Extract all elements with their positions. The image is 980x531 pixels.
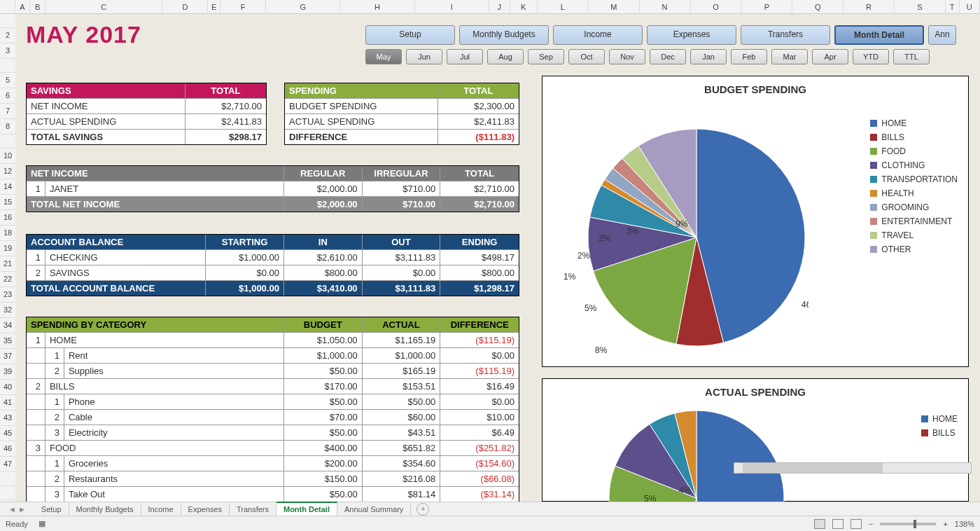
zoom-level: 138%: [955, 520, 974, 528]
spending-total-header: TOTAL: [438, 83, 519, 98]
zoom-slider[interactable]: [880, 523, 936, 525]
legend-item: GROOMING: [870, 202, 958, 212]
zoom-out-button[interactable]: −: [869, 520, 873, 528]
tab-month-detail[interactable]: Month Detail: [276, 502, 337, 516]
legend-item: CLOTHING: [870, 160, 958, 170]
row-headers: 2356781012141516181921222332343537394041…: [0, 14, 15, 503]
savings-total-header: TOTAL: [186, 83, 266, 98]
month-sep[interactable]: Sep: [528, 49, 564, 64]
legend-item: BILLS: [921, 428, 958, 438]
month-buttons: MayJunJulAugSepOctNovDecJanFebMarAprYTDT…: [365, 49, 930, 64]
netincome-header: NET INCOME: [27, 166, 284, 181]
tab-expenses[interactable]: Expenses: [181, 503, 230, 516]
legend-item: ENTERTAINMENT: [870, 216, 958, 226]
status-ready: Ready: [6, 520, 28, 528]
legend-item: HOME: [921, 414, 958, 424]
macro-icon[interactable]: ▦: [38, 519, 46, 528]
netincome-table: NET INCOME REGULAR IRREGULAR TOTAL 1JANE…: [26, 165, 519, 212]
tab-annual-summary[interactable]: Annual Summary: [337, 503, 411, 516]
account-table: ACCOUNT BALANCE STARTING IN OUT ENDING 1…: [26, 234, 519, 296]
month-may[interactable]: May: [365, 49, 402, 64]
month-jan[interactable]: Jan: [690, 49, 727, 64]
spending-table: SPENDING TOTAL BUDGET SPENDING$2,300.00A…: [284, 83, 519, 145]
pie-chart-1: 46%7%17%8%5%1%2%2%3%9%: [556, 104, 808, 357]
budget-spending-chart: BUDGET SPENDING 46%7%17%8%5%1%2%2%3%9% H…: [542, 76, 969, 367]
view-normal-icon[interactable]: [814, 519, 825, 529]
legend-item: TRAVEL: [870, 230, 958, 240]
tab-setup[interactable]: Setup: [34, 503, 69, 516]
zoom-in-button[interactable]: +: [943, 520, 947, 528]
month-ytd[interactable]: YTD: [853, 49, 889, 64]
month-aug[interactable]: Aug: [487, 49, 524, 64]
svg-text:8%: 8%: [595, 345, 608, 355]
account-header: ACCOUNT BALANCE: [27, 235, 206, 249]
legend-item: BILLS: [870, 132, 958, 142]
nav-ann[interactable]: Ann: [928, 25, 956, 45]
month-ttl[interactable]: TTL: [893, 49, 930, 64]
svg-text:2%: 2%: [578, 251, 590, 261]
nav-income[interactable]: Income: [553, 25, 643, 45]
horizontal-scrollbar[interactable]: [734, 462, 972, 474]
savings-table: SAVINGS TOTAL NET INCOME$2,710.00ACTUAL …: [26, 83, 267, 145]
nav-transfers[interactable]: Transfers: [741, 25, 830, 45]
nav-month-detail[interactable]: Month Detail: [834, 25, 924, 45]
month-feb[interactable]: Feb: [731, 49, 767, 64]
svg-text:3%: 3%: [626, 226, 639, 236]
legend-item: OTHER: [870, 244, 958, 254]
svg-text:9%: 9%: [676, 219, 688, 229]
svg-text:2%: 2%: [598, 233, 611, 243]
chart2-legend: HOMEBILLS: [921, 414, 958, 442]
month-nov[interactable]: Nov: [609, 49, 645, 64]
savings-header: SAVINGS: [27, 83, 186, 98]
spendcat-table: SPENDING BY CATEGORY BUDGET ACTUAL DIFFE…: [26, 317, 519, 502]
column-headers: ABCDEFGHIJKLMNOPQRSTU: [0, 0, 980, 14]
pie-chart-2: 4%5%10%: [556, 407, 808, 503]
month-oct[interactable]: Oct: [568, 49, 605, 64]
nav-buttons: SetupMonthly BudgetsIncomeExpensesTransf…: [365, 25, 956, 45]
legend-item: TRANSPORTATION: [870, 174, 958, 184]
svg-text:5%: 5%: [584, 303, 597, 313]
spending-header: SPENDING: [285, 83, 438, 98]
spendcat-header: SPENDING BY CATEGORY: [27, 317, 284, 332]
month-dec[interactable]: Dec: [650, 49, 686, 64]
month-mar[interactable]: Mar: [771, 49, 808, 64]
svg-text:4%: 4%: [679, 485, 692, 495]
tab-transfers[interactable]: Transfers: [230, 503, 276, 516]
actual-spending-chart: ACTUAL SPENDING 4%5%10% HOMEBILLS: [542, 378, 969, 502]
sheet-tabs: ◄ ► SetupMonthly BudgetsIncomeExpensesTr…: [0, 502, 980, 516]
legend-item: HOME: [870, 118, 958, 128]
chart1-legend: HOMEBILLSFOODCLOTHINGTRANSPORTATIONHEALT…: [870, 118, 958, 258]
nav-monthly-budgets[interactable]: Monthly Budgets: [459, 25, 549, 45]
tab-income[interactable]: Income: [141, 503, 181, 516]
view-layout-icon[interactable]: [832, 519, 844, 529]
chart2-title: ACTUAL SPENDING: [542, 379, 968, 405]
legend-item: FOOD: [870, 146, 958, 156]
month-jun[interactable]: Jun: [406, 49, 442, 64]
nav-expenses[interactable]: Expenses: [647, 25, 736, 45]
nav-setup[interactable]: Setup: [365, 25, 455, 45]
view-pagebreak-icon[interactable]: [850, 519, 862, 529]
svg-text:46%: 46%: [802, 300, 808, 310]
tab-nav-arrows[interactable]: ◄ ►: [0, 505, 34, 513]
page-title: MAY 2017: [26, 21, 141, 48]
status-bar: Ready ▦ − + 138%: [0, 516, 980, 531]
svg-text:1%: 1%: [564, 272, 576, 282]
month-apr[interactable]: Apr: [812, 49, 848, 64]
legend-item: HEALTH: [870, 188, 958, 198]
chart1-title: BUDGET SPENDING: [542, 76, 968, 102]
tab-monthly-budgets[interactable]: Monthly Budgets: [69, 503, 141, 516]
month-jul[interactable]: Jul: [447, 49, 483, 64]
add-sheet-button[interactable]: +: [416, 503, 429, 516]
